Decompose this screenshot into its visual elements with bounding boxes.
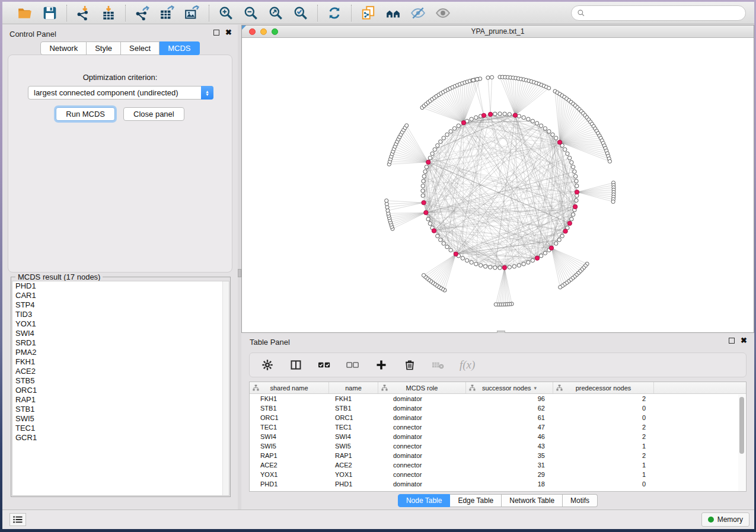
network-node[interactable] <box>567 156 571 159</box>
network-node[interactable] <box>531 258 534 262</box>
network-node[interactable] <box>439 238 442 242</box>
network-node[interactable] <box>489 265 492 269</box>
network-node[interactable] <box>423 169 427 173</box>
export-table-icon[interactable] <box>159 5 176 21</box>
network-node[interactable] <box>539 254 543 258</box>
first-neighbors-icon[interactable] <box>385 5 401 21</box>
network-node[interactable] <box>428 156 432 159</box>
mcds-node[interactable] <box>513 113 517 117</box>
tab-network-table[interactable]: Network Table <box>502 494 563 507</box>
mcds-scrollbar[interactable] <box>222 281 229 495</box>
network-node[interactable] <box>527 117 530 121</box>
network-node[interactable] <box>554 136 558 140</box>
mcds-item[interactable]: SRD1 <box>12 338 229 348</box>
zoom-in-icon[interactable] <box>218 5 234 21</box>
network-node[interactable] <box>425 165 428 169</box>
export-network-icon[interactable] <box>134 5 151 21</box>
mcds-item[interactable]: PMA2 <box>12 348 229 357</box>
network-node[interactable] <box>452 127 456 130</box>
network-node[interactable] <box>557 238 561 242</box>
network-node[interactable] <box>449 248 452 252</box>
mcds-result-list[interactable]: PHD1CAR1STP4TID3YOX1SWI4SRD1PMA2FKH1ACE2… <box>12 281 229 496</box>
network-node[interactable] <box>430 152 434 155</box>
mcds-item[interactable]: SWI5 <box>12 414 229 424</box>
tab-node-table[interactable]: Node Table <box>398 494 451 507</box>
network-node[interactable] <box>571 213 575 216</box>
mcds-item[interactable]: SWI4 <box>12 329 229 338</box>
delete-table-icon[interactable] <box>431 358 445 372</box>
network-node[interactable] <box>554 242 558 245</box>
network-node[interactable] <box>611 200 615 203</box>
network-node[interactable] <box>465 258 468 262</box>
table-scrollbar[interactable] <box>738 395 745 491</box>
mcds-item[interactable]: YOX1 <box>12 319 229 329</box>
float-panel-icon[interactable] <box>213 30 219 36</box>
network-node[interactable] <box>575 180 578 183</box>
mcds-item[interactable]: ORC1 <box>12 386 229 395</box>
tab-edge-table[interactable]: Edge Table <box>450 494 502 507</box>
network-node[interactable] <box>405 124 409 127</box>
table-scrollbar-thumb[interactable] <box>739 397 744 454</box>
network-node[interactable] <box>493 112 497 116</box>
mcds-node[interactable] <box>575 190 579 194</box>
table-row[interactable]: PHD1PHD1dominator180 <box>250 479 746 489</box>
network-node[interactable] <box>479 264 482 267</box>
network-canvas[interactable] <box>242 38 754 332</box>
network-node[interactable] <box>428 222 432 225</box>
mcds-item[interactable]: ACE2 <box>12 367 229 376</box>
network-node[interactable] <box>573 169 576 173</box>
network-node[interactable] <box>535 121 538 125</box>
show-all-icon[interactable] <box>435 5 451 21</box>
network-node[interactable] <box>517 264 521 267</box>
mcds-item[interactable]: TID3 <box>12 310 229 319</box>
network-node[interactable] <box>426 217 430 221</box>
table-row[interactable]: YOX1YOX1connector291 <box>250 470 746 479</box>
network-node[interactable] <box>422 174 426 178</box>
network-node[interactable] <box>436 234 439 238</box>
network-node[interactable] <box>512 264 516 268</box>
network-node[interactable] <box>476 78 479 81</box>
network-node[interactable] <box>508 265 511 269</box>
network-node[interactable] <box>445 133 449 136</box>
delete-column-icon[interactable] <box>403 358 417 372</box>
mcds-node[interactable] <box>426 160 430 164</box>
mcds-item[interactable]: GCR1 <box>12 433 229 443</box>
network-node[interactable] <box>422 180 425 183</box>
mcds-item[interactable]: RAP1 <box>12 395 229 405</box>
network-node[interactable] <box>493 266 497 270</box>
network-node[interactable] <box>474 116 478 119</box>
network-node[interactable] <box>490 75 494 79</box>
close-panel-icon[interactable]: ✖ <box>225 30 232 36</box>
network-node[interactable] <box>422 274 425 277</box>
export-image-icon[interactable] <box>184 5 200 21</box>
mcds-node[interactable] <box>424 210 428 214</box>
network-node[interactable] <box>543 251 547 255</box>
network-node[interactable] <box>471 78 475 82</box>
network-node[interactable] <box>543 127 547 130</box>
network-node[interactable] <box>498 266 502 270</box>
table-row[interactable]: SWI4SWI4dominator462 <box>250 432 746 441</box>
function-builder-icon[interactable]: f(x) <box>460 358 475 371</box>
save-session-icon[interactable] <box>42 5 58 21</box>
network-node[interactable] <box>433 148 436 151</box>
float-table-panel-icon[interactable] <box>729 338 735 344</box>
mcds-item[interactable]: STP4 <box>12 300 229 310</box>
duplicate-network-icon[interactable] <box>360 5 377 21</box>
mcds-node[interactable] <box>573 204 577 209</box>
mcds-node[interactable] <box>461 121 465 125</box>
deselect-all-icon[interactable] <box>346 358 360 372</box>
network-node[interactable] <box>449 130 452 133</box>
mcds-node[interactable] <box>535 256 539 260</box>
column-header-name[interactable]: name <box>329 382 378 393</box>
column-layout-icon[interactable] <box>289 358 303 372</box>
zoom-selected-icon[interactable] <box>292 5 309 21</box>
network-node[interactable] <box>494 303 497 306</box>
network-node[interactable] <box>563 148 567 151</box>
hide-selected-icon[interactable] <box>410 5 426 21</box>
network-node[interactable] <box>385 199 388 203</box>
network-node[interactable] <box>503 112 506 116</box>
network-node[interactable] <box>442 242 445 245</box>
mcds-node[interactable] <box>454 252 458 256</box>
mcds-item[interactable]: PHD1 <box>12 281 229 291</box>
network-node[interactable] <box>547 86 551 90</box>
